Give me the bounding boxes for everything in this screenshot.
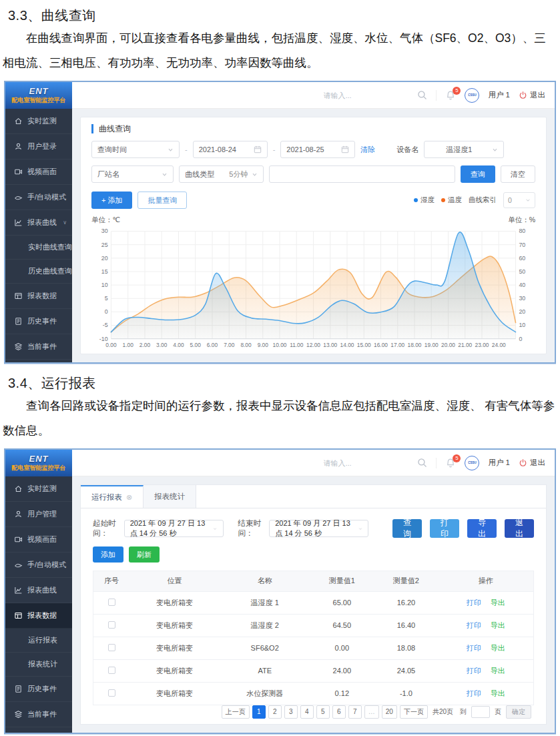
right-axis-tick: 70 (519, 242, 525, 248)
curve-index-select[interactable]: 0 (503, 192, 535, 208)
start-time-select[interactable]: 2021 年 09 月 27 日 13 点 14 分 56 秒 (124, 520, 224, 537)
sidebar-item[interactable]: 报表曲线∨ (5, 210, 72, 236)
print-link[interactable]: 打印 (467, 689, 481, 697)
export-link[interactable]: 导出 (491, 621, 505, 629)
free-text-input[interactable] (269, 165, 455, 183)
page-button-6[interactable]: 6 (332, 705, 346, 719)
action-button-打印[interactable]: 打印 (430, 519, 459, 538)
report-panel: 运行报表⊗报表统计 起始时间： 2021 年 09 月 27 日 13 点 14… (80, 484, 547, 725)
app-header: ENT 配电室智能监控平台 5 CSSU 用户 1 退出 (5, 82, 555, 109)
end-time-select[interactable]: 2021 年 09 月 27 日 13 点 14 分 56 秒 (269, 520, 368, 537)
page-button-4[interactable]: 4 (300, 705, 314, 719)
date-from-input[interactable]: 2021-08-24 (193, 141, 268, 158)
cell-actions: 打印导出 (438, 682, 533, 705)
sidebar-item[interactable]: 历史事件 (5, 677, 72, 702)
page-button-5[interactable]: 5 (316, 705, 330, 719)
query-time-select[interactable]: 查询时间 (91, 141, 180, 158)
page-button-3[interactable]: 3 (284, 705, 298, 719)
sidebar: 实时监测用户管理视频画面手/自动模式报表曲线报表数据运行报表报表统计历史事件当前… (5, 476, 72, 733)
search-input[interactable] (323, 91, 413, 99)
table-header-cell: 名称 (220, 571, 310, 591)
search-icon[interactable] (417, 90, 427, 100)
empty-button[interactable]: 清空 (501, 165, 535, 183)
sidebar-item[interactable]: 报表曲线 (5, 578, 72, 603)
legend-item[interactable]: 温度 (441, 196, 462, 205)
sidebar-item[interactable]: 当前事件 (5, 702, 72, 727)
sidebar-item[interactable]: 报表数据 (5, 284, 72, 309)
action-button-查询[interactable]: 查询 (392, 519, 422, 538)
sidebar-item[interactable]: 用户登录 (5, 134, 72, 159)
notification-bell-icon[interactable]: 5 (445, 90, 456, 101)
logout-button[interactable]: 退出 (519, 90, 545, 100)
search-input[interactable] (323, 459, 413, 467)
prev-page-button[interactable]: 上一页 (222, 705, 250, 719)
row-checkbox[interactable] (108, 644, 115, 651)
row-checkbox[interactable] (108, 599, 115, 606)
next-page-button[interactable]: 下一页 (400, 705, 428, 719)
tab-close-icon[interactable]: ⊗ (126, 494, 132, 501)
legend-dot (414, 198, 418, 202)
row-checkbox[interactable] (108, 621, 115, 629)
confirm-button[interactable]: 确定 (506, 705, 531, 719)
date-to-input[interactable]: 2021-08-25 (280, 141, 355, 158)
print-link[interactable]: 打印 (467, 621, 481, 629)
refresh-button[interactable]: 刷新 (129, 546, 160, 563)
sidebar-item[interactable]: 手/自动模式 (5, 553, 72, 578)
action-button-导出[interactable]: 导出 (467, 519, 497, 538)
page-button-20[interactable]: 20 (382, 705, 397, 719)
sidebar-item[interactable]: 历史曲线查询 (5, 260, 72, 284)
export-link[interactable]: 导出 (491, 644, 505, 652)
search-icon[interactable] (417, 458, 427, 468)
print-link[interactable]: 打印 (467, 599, 481, 607)
export-link[interactable]: 导出 (491, 667, 505, 675)
page-button-7[interactable]: 7 (348, 705, 362, 719)
device-select[interactable]: 温湿度1 (424, 141, 504, 158)
sidebar-item[interactable]: 历史事件 (5, 309, 72, 334)
sidebar-item[interactable]: 视频画面 (5, 527, 72, 553)
cell-name: ATE (220, 659, 310, 682)
avatar[interactable]: CSSU (465, 88, 479, 103)
sidebar-item[interactable]: 实时曲线查询 (5, 236, 72, 260)
curve-type-select[interactable]: 曲线类型 5分钟 (179, 165, 264, 183)
notification-bell-icon[interactable]: 5 (445, 458, 456, 468)
page-button-2[interactable]: 2 (268, 705, 282, 719)
action-button-退出[interactable]: 退出 (505, 519, 534, 538)
sidebar-item[interactable]: 用户管理 (5, 502, 72, 527)
sidebar-item[interactable]: 运行报表 (5, 629, 72, 653)
section-3-4-body: 查询各回路或设备指定时间的运行参数，报表中显示设备信息应包括配电室温度、湿度、 … (3, 394, 556, 443)
batch-query-button[interactable]: 批量查询 (137, 192, 187, 209)
export-link[interactable]: 导出 (491, 689, 505, 697)
sidebar-item[interactable]: 实时监测 (5, 109, 72, 134)
video-icon (14, 535, 23, 544)
device-value: 温湿度1 (430, 145, 488, 155)
legend-item[interactable]: 湿度 (414, 196, 435, 205)
sidebar-item[interactable]: 报表统计 (5, 653, 72, 677)
station-select[interactable]: 厂站名 (91, 165, 174, 183)
row-checkbox[interactable] (108, 689, 115, 697)
avatar[interactable]: CSSU (465, 456, 479, 470)
add-button[interactable]: 添加 (93, 546, 123, 563)
print-link[interactable]: 打印 (467, 667, 481, 675)
page-ellipsis[interactable]: … (364, 705, 379, 719)
tab-inactive[interactable]: 报表统计 (144, 485, 196, 508)
x-axis-tick: 11.00 (290, 342, 304, 348)
sidebar-item[interactable]: 手/自动模式 (5, 185, 72, 210)
sidebar-item[interactable]: 当前事件 (5, 334, 72, 360)
print-link[interactable]: 打印 (467, 644, 481, 652)
curve-type-value: 5分钟 (218, 169, 248, 179)
cell-name: 温湿度 2 (220, 614, 310, 637)
sidebar-item[interactable]: 实时监测 (5, 476, 72, 502)
logout-button[interactable]: 退出 (519, 458, 545, 468)
query-button[interactable]: 查询 (461, 165, 495, 183)
curve-query-card: 曲线查询 查询时间 - 2021-08-24 - 20 (80, 117, 547, 354)
tab-active[interactable]: 运行报表⊗ (81, 485, 144, 508)
sidebar-item[interactable]: 视频画面 (5, 159, 72, 185)
goto-page-input[interactable] (471, 706, 490, 718)
clear-link[interactable]: 清除 (360, 145, 375, 155)
export-link[interactable]: 导出 (491, 599, 505, 607)
user-icon (14, 510, 23, 518)
add-button[interactable]: + 添加 (91, 192, 132, 209)
row-checkbox[interactable] (108, 667, 115, 674)
sidebar-item[interactable]: 报表数据 (5, 603, 72, 629)
page-button-1[interactable]: 1 (252, 705, 266, 719)
